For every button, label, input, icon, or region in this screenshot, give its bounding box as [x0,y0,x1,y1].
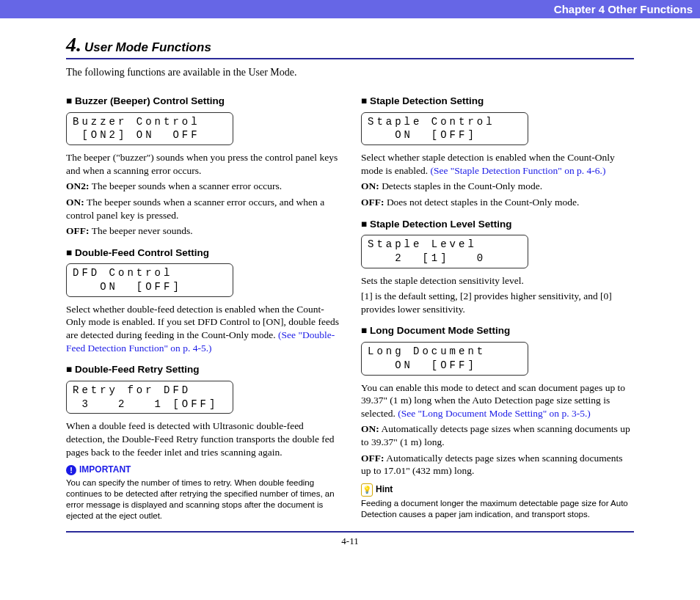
hint-label: Hint [376,484,393,496]
important-label: IMPORTANT [79,464,131,476]
retry-desc: When a double feed is detected with Ultr… [66,420,339,458]
lcd-line: 2 [1] 0 [368,252,486,264]
left-column: Buzzer (Beeper) Control Setting Buzzer C… [66,86,339,521]
staple-detect-desc: Select whether staple detection is enabl… [361,151,634,177]
lcd-line: Long Document [368,345,486,357]
staple-crossref-link[interactable]: (See "Staple Detection Function" on p. 4… [430,165,605,176]
lcd-line: ON [OFF] [368,129,477,141]
dfd-desc: Select whether double-feed detection is … [66,303,339,354]
staple-off: OFF: Does not detect staples in the Coun… [361,196,634,209]
page-body: 4. User Mode Functions The following fun… [0,18,700,547]
lcd-line: ON [OFF] [73,281,182,293]
staple-detect-heading: Staple Detection Setting [361,95,634,108]
long-doc-crossref-link[interactable]: (See "Long Document Mode Setting" on p. … [398,408,591,419]
label: ON: [361,423,379,434]
staple-level-lcd: Staple Level 2 [1] 0 [361,235,528,268]
lcd-line: Buzzer Control [73,116,200,128]
long-doc-lcd: Long Document ON [OFF] [361,342,528,376]
lcd-line: Staple Level [368,238,477,250]
lcd-line: 3 2 1 [OFF] [73,398,218,410]
text: The beeper sounds when a scanner error o… [66,197,324,221]
important-callout: ! IMPORTANT [66,464,339,476]
staple-level-heading: Staple Detection Level Setting [361,218,634,231]
label: OFF: [361,197,384,208]
lcd-line: DFD Control [73,267,172,279]
buzzer-lcd: Buzzer Control [ON2] ON OFF [66,112,233,146]
section-title: User Mode Functions [84,40,211,54]
buzzer-heading: Buzzer (Beeper) Control Setting [66,95,339,108]
page-number: 4-11 [341,535,358,546]
section-number: 4. [66,33,81,56]
text: Automatically detects page sizes when sc… [361,423,630,447]
label: OFF: [66,225,90,236]
lcd-line: [ON2] ON OFF [73,129,200,141]
right-column: Staple Detection Setting Staple Control … [361,86,634,521]
buzzer-on: ON: The beeper sounds when a scanner err… [66,196,339,222]
label: ON2: [66,180,90,191]
buzzer-off: OFF: The beeper never sounds. [66,224,339,238]
retry-heading: Double-Feed Retry Setting [66,363,339,376]
staple-level-p2: [1] is the default setting, [2] provides… [361,290,634,315]
important-text: You can specify the number of times to r… [66,478,339,522]
text: Detects staples in the Count-Only mode. [379,180,542,191]
text: The beeper never sounds. [90,225,193,236]
hint-callout: 💡 Hint [361,483,634,497]
staple-detect-lcd: Staple Control ON [OFF] [361,112,528,146]
hint-icon: 💡 [361,483,373,497]
section-title-row: 4. User Mode Functions [66,33,634,59]
text: Automatically detects page sizes when sc… [361,453,623,477]
dfd-heading: Double-Feed Control Setting [66,246,339,260]
text: The beeper sounds when a scanner error o… [90,180,282,191]
text: Does not detect staples in the Count-Onl… [384,197,580,208]
buzzer-desc: The beeper ("buzzer") sounds when you pr… [66,151,339,177]
chapter-header: Chapter 4 Other Functions [0,0,700,18]
intro-text: The following functions are available in… [66,67,634,78]
long-doc-on: ON: Automatically detects page sizes whe… [361,422,634,448]
long-doc-off: OFF: Automatically detects page sizes wh… [361,452,634,478]
lcd-line: ON [OFF] [368,359,477,371]
label: OFF: [361,453,384,464]
long-doc-heading: Long Document Mode Setting [361,324,634,337]
two-column-layout: Buzzer (Beeper) Control Setting Buzzer C… [66,86,634,521]
lcd-line: Staple Control [368,116,495,128]
label: ON: [361,180,379,191]
staple-on: ON: Detects staples in the Count-Only mo… [361,180,634,193]
long-doc-desc: You can enable this mode to detect and s… [361,381,634,420]
hint-text: Feeding a document longer the maximum de… [361,498,634,520]
label: ON: [66,197,84,208]
retry-lcd: Retry for DFD 3 2 1 [OFF] [66,381,233,414]
staple-level-p1: Sets the staple detection sensitivity le… [361,274,634,288]
important-icon: ! [66,465,76,475]
page-footer: 4-11 [66,531,634,547]
dfd-lcd: DFD Control ON [OFF] [66,263,233,297]
buzzer-on2: ON2: The beeper sounds when a scanner er… [66,180,339,193]
lcd-line: Retry for DFD [73,384,191,396]
